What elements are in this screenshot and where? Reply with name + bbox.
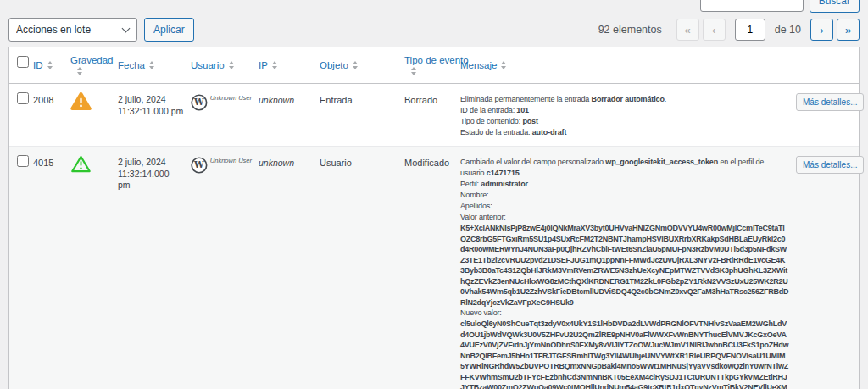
wordpress-logo-icon: W [191, 155, 208, 175]
last-page-button[interactable]: » [837, 19, 860, 41]
table-row: 20082 julio, 202411:32:11.000 pmWUnknown… [9, 84, 859, 146]
message-line: Tipo de contenido: post [460, 116, 789, 127]
message-text: Valor anterior: [460, 213, 506, 221]
user-name: Unknown User [210, 157, 252, 164]
column-header-label: Tipo de evento [404, 55, 469, 65]
message-line: Eliminada permanentemente la entrada Bor… [460, 94, 789, 105]
date-text: 2 julio, 2024 [118, 157, 184, 169]
wordpress-logo-icon: W [191, 92, 208, 113]
search-input[interactable] [700, 0, 804, 12]
message-text: Tipo de contenido: [460, 117, 522, 125]
row-checkbox-cell [9, 147, 33, 389]
message-line: Cambiado el valor del campo personalizad… [460, 157, 789, 179]
apply-button[interactable]: Aplicar [144, 18, 194, 42]
sort-icon [47, 61, 53, 69]
message-text: auto-draft [532, 128, 567, 136]
column-header-label: Usuario [191, 60, 225, 70]
message-text: Nuevo valor: [460, 308, 502, 317]
row-checkbox[interactable] [17, 92, 29, 104]
time-text: 11:32:11.000 pm [118, 106, 184, 118]
pagination-next-group: ›» [807, 19, 860, 41]
message-text: Borrador automático [592, 95, 665, 103]
more-details-button[interactable]: Más detalles... [796, 93, 864, 111]
sort-icon [411, 67, 416, 75]
date-text: 2 julio, 2024 [118, 94, 184, 106]
sort-icon [149, 61, 154, 69]
user-name: Unknown User [210, 94, 252, 102]
event-date: 2 julio, 202411:32:14.000 pm [118, 147, 191, 389]
event-id: 4015 [33, 147, 70, 389]
table-row: 40152 julio, 202411:32:14.000 pmWUnknown… [9, 146, 859, 389]
message-line: Valor anterior: [460, 212, 789, 223]
message-line: Nombre: [460, 190, 789, 201]
current-page-input[interactable] [735, 19, 765, 41]
message-text: wp_googlesitekit_access_token [605, 158, 718, 166]
message-text: . [520, 169, 521, 177]
column-header-mensaje[interactable]: Mensaje [460, 47, 796, 83]
message-text: ID de la entrada: [460, 106, 516, 114]
row-checkbox[interactable] [17, 155, 29, 167]
row-actions-cell: Más detalles... [796, 84, 859, 146]
column-header-actions [796, 47, 859, 83]
table-body: 20082 julio, 202411:32:11.000 pmWUnknown… [9, 84, 859, 389]
event-object: Usuario [320, 147, 404, 389]
sort-icon [229, 61, 234, 69]
user-cell: WUnknown User [191, 147, 259, 389]
column-header-objeto[interactable]: Objeto [320, 47, 404, 83]
column-header-label: ID [33, 60, 43, 70]
event-message: Cambiado el valor del campo personalizad… [460, 147, 796, 389]
column-header-usuario[interactable]: Usuario [191, 47, 259, 83]
event-id: 2008 [33, 84, 70, 146]
event-type: Modificado [404, 147, 460, 389]
message-text: Nombre: [460, 191, 488, 199]
severity-cell [70, 147, 118, 389]
column-header-tipo-de-evento[interactable]: Tipo de evento [404, 47, 460, 83]
select-all-cell [9, 47, 33, 83]
column-header-fecha[interactable]: Fecha [118, 47, 191, 83]
info-triangle-icon [70, 154, 92, 174]
message-line: Perfil: administrator [460, 179, 789, 190]
event-object: Entrada [320, 84, 404, 146]
row-checkbox-cell [9, 84, 33, 146]
message-line: Apellidos: [460, 201, 789, 212]
message-text: Apellidos: [460, 202, 492, 210]
token-value: K5+XclANkNIsPjP8zwE4j0lQNkMraXV3byt0UHVv… [460, 224, 788, 307]
pagination: 92 elementos «‹ de 10 ›» [598, 19, 860, 41]
column-header-label: IP [259, 60, 268, 70]
event-date: 2 julio, 202411:32:11.000 pm [118, 84, 191, 146]
first-page-button: « [676, 19, 699, 41]
bulk-actions-select[interactable]: Acciones en lote [8, 18, 137, 42]
severity-cell [70, 84, 118, 146]
message-line: cl5uloQl6yN0ShCueTqt3zdyV0x4UkY1S1lHbDVD… [460, 319, 789, 389]
sort-icon [353, 61, 358, 69]
column-header-label: Mensaje [460, 60, 497, 70]
select-all-checkbox[interactable] [17, 56, 29, 68]
column-header-gravedad[interactable]: Gravedad [70, 47, 118, 83]
list-controls: Acciones en lote Aplicar 92 elementos «‹… [8, 18, 860, 42]
message-text: administrator [481, 180, 528, 188]
sort-icon [77, 67, 82, 75]
total-pages-label: de 10 [775, 24, 801, 36]
message-text: Eliminada permanentemente la entrada [460, 95, 592, 103]
message-line: K5+XclANkNIsPjP8zwE4j0lQNkMraXV3byt0UHVv… [460, 223, 789, 308]
column-header-id[interactable]: ID [33, 47, 70, 83]
search-area: Buscar [700, 0, 860, 13]
event-ip: unknown [259, 84, 320, 146]
message-text: Estado de la entrada: [460, 128, 532, 136]
svg-text:W: W [193, 159, 204, 169]
more-details-button[interactable]: Más detalles... [796, 156, 864, 174]
column-header-label: Gravedad [70, 55, 114, 65]
next-page-button[interactable]: › [810, 19, 833, 41]
column-header-ip[interactable]: IP [259, 47, 320, 83]
sort-icon [272, 61, 277, 69]
row-actions-cell: Más detalles... [796, 147, 859, 389]
message-text: Cambiado el valor del campo personalizad… [460, 158, 605, 166]
event-type: Borrado [404, 84, 460, 146]
column-header-label: Objeto [320, 60, 348, 70]
search-button[interactable]: Buscar [810, 0, 860, 13]
events-table: IDGravedadFechaUsuarioIPObjetoTipo de ev… [8, 47, 860, 389]
message-text: c1471715 [487, 169, 520, 177]
token-value: cl5uloQl6yN0ShCueTqt3zdyV0x4UkY1S1lHbDVD… [460, 320, 788, 389]
table-header-row: IDGravedadFechaUsuarioIPObjetoTipo de ev… [9, 47, 859, 84]
message-text: Perfil: [460, 180, 481, 188]
